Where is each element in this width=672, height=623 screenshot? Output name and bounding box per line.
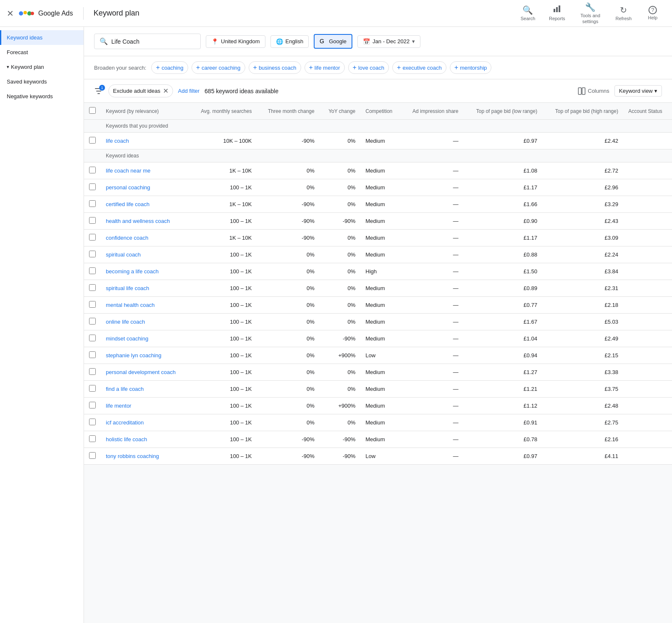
tools-nav-button[interactable]: 🔧 Tools and settings [573,0,607,26]
ideas-count: 685 keyword ideas available [205,88,278,94]
plus-icon: + [156,64,160,71]
keyword-link[interactable]: life mentor [106,403,131,409]
broaden-chip-life-mentor[interactable]: + life mentor [304,61,345,74]
header-top-bid-high: Top of page bid (high range) [542,103,623,120]
row-account-status [623,364,672,381]
keyword-view-button[interactable]: Keyword view ▾ [614,85,662,97]
row-checkbox[interactable] [89,217,96,224]
refresh-nav-button[interactable]: ↻ Refresh [610,3,637,23]
table-header-row: Keyword (by relevance) Avg. monthly sear… [84,103,672,120]
row-top-bid-low: £0.97 [463,133,542,149]
broaden-chip-career-coaching[interactable]: + career coaching [192,61,245,74]
keyword-link[interactable]: certified life coach [106,201,150,207]
keyword-link[interactable]: life coach [106,138,129,144]
broaden-chip-business-coach[interactable]: + business coach [249,61,301,74]
row-keyword: online life coach [101,314,189,330]
row-checkbox-cell [84,246,101,263]
row-checkbox-cell [84,297,101,314]
row-checkbox[interactable] [89,452,96,459]
network-filter[interactable]: G Google [314,34,352,49]
row-checkbox[interactable] [89,318,96,325]
row-checkbox-cell [84,314,101,330]
row-three-month: -90% [257,133,319,149]
language-icon: 🌐 [276,38,283,45]
filter-button[interactable]: 1 [94,86,103,96]
row-checkbox[interactable] [89,183,96,190]
nav-divider [83,7,84,20]
close-icon[interactable]: ✕ [7,8,14,18]
row-competition: Medium [360,364,402,381]
keyword-link[interactable]: icf accreditation [106,419,144,426]
row-account-status [623,297,672,314]
help-nav-button[interactable]: ? Help [640,4,665,22]
keyword-link[interactable]: becoming a life coach [106,268,159,275]
sidebar-item-saved-keywords[interactable]: Saved keywords [0,74,84,89]
keyword-link[interactable]: holistic life coach [106,436,147,442]
location-filter[interactable]: 📍 United Kingdom [206,35,265,48]
keyword-link[interactable]: confidence coach [106,235,148,241]
broaden-chip-love-coach[interactable]: + love coach [348,61,389,74]
keyword-link[interactable]: find a life coach [106,386,144,392]
row-checkbox[interactable] [89,200,96,207]
row-checkbox[interactable] [89,368,96,375]
row-competition: Medium [360,133,402,149]
keyword-link[interactable]: personal coaching [106,184,150,191]
close-icon[interactable]: ✕ [163,87,168,95]
keyword-link[interactable]: health and wellness coach [106,218,170,224]
language-filter[interactable]: 🌐 English [270,35,309,48]
row-checkbox[interactable] [89,137,96,144]
add-filter-button[interactable]: Add filter [178,88,200,94]
select-all-checkbox[interactable] [89,107,96,114]
search-input-wrapper[interactable]: 🔍 [94,34,201,49]
keyword-link[interactable]: personal development coach [106,369,176,375]
columns-button[interactable]: Columns [578,87,609,95]
row-checkbox[interactable] [89,419,96,425]
row-checkbox-cell [84,263,101,280]
row-ad-impression: — [402,414,464,431]
row-keyword: confidence coach [101,230,189,246]
reports-nav-button[interactable]: Reports [544,3,570,23]
broaden-chip-mentorship[interactable]: + mentorship [450,61,492,74]
keyword-link[interactable]: online life coach [106,319,145,325]
row-top-bid-high: £2.42 [542,133,623,149]
row-checkbox[interactable] [89,267,96,274]
exclude-adult-chip: Exclude adult ideas ✕ [108,84,173,97]
search-nav-button[interactable]: 🔍 Search [515,3,541,23]
keyword-link[interactable]: mindset coaching [106,335,148,342]
header-top-bid-low: Top of page bid (low range) [463,103,542,120]
row-avg-monthly: 100 – 1K [189,448,257,465]
row-yoy: 0% [320,297,361,314]
row-checkbox[interactable] [89,251,96,257]
broaden-chip-coaching[interactable]: + coaching [151,61,188,74]
row-checkbox[interactable] [89,402,96,408]
keyword-link[interactable]: life coach near me [106,168,150,174]
search-input[interactable] [111,38,195,45]
sidebar-item-keyword-ideas[interactable]: Keyword ideas [0,30,84,45]
keyword-link[interactable]: spiritual coach [106,251,141,258]
logo-dot-red [31,12,34,15]
table-row: online life coach 100 – 1K 0% 0% Medium … [84,314,672,330]
row-checkbox[interactable] [89,385,96,392]
row-checkbox[interactable] [89,301,96,308]
location-label: United Kingdom [221,38,260,44]
keyword-link[interactable]: tony robbins coaching [106,453,159,459]
row-competition: Medium [360,330,402,347]
keyword-link[interactable]: spiritual life coach [106,285,149,291]
row-checkbox[interactable] [89,435,96,442]
row-checkbox[interactable] [89,167,96,173]
row-checkbox[interactable] [89,284,96,291]
row-checkbox[interactable] [89,234,96,241]
row-checkbox-cell [84,431,101,448]
sidebar-item-keyword-plan[interactable]: ▾ Keyword plan [0,60,84,74]
broaden-chip-executive-coach[interactable]: + executive coach [392,61,446,74]
sidebar-item-negative-keywords[interactable]: Negative keywords [0,89,84,104]
row-ad-impression: — [402,213,464,230]
row-keyword: personal coaching [101,179,189,196]
keyword-link[interactable]: mental health coach [106,302,155,308]
sidebar-item-forecast[interactable]: Forecast [0,45,84,60]
row-checkbox[interactable] [89,335,96,341]
date-filter[interactable]: 📅 Jan - Dec 2022 ▾ [357,35,420,48]
row-account-status [623,381,672,398]
row-checkbox[interactable] [89,351,96,358]
keyword-link[interactable]: stephanie lyn coaching [106,352,161,359]
